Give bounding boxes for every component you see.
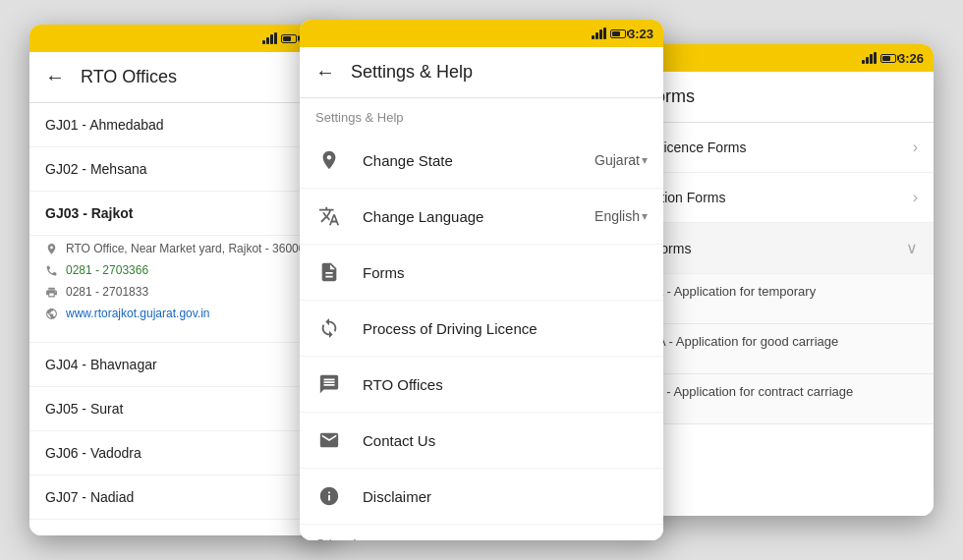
left-phone: 3:23 ← RTO Offices GJ01 - Ahmedabad GJ02… [29,25,334,535]
rajkot-website[interactable]: www.rtorajkot.gujarat.gov.in [66,307,210,320]
registration-forms-arrow: › [913,189,918,206]
sub-item-1-sub: t [645,299,918,313]
list-item[interactable]: GJ06 - Vadodra [29,431,334,476]
other-apps-section-header: Other Apps [300,525,663,540]
location-icon [315,146,343,174]
change-language-value: English ▾ [595,208,648,224]
contract-forms-arrow: ∨ [906,239,918,257]
center-phone: 3:23 ← Settings & Help Settings & Help C… [300,20,663,540]
right-battery-icon [880,54,896,63]
list-item[interactable]: GJ08 - Palanpur [29,520,334,535]
list-item[interactable]: GJ05 - Surat [29,387,334,431]
disclaimer-label: Disclaimer [363,488,648,505]
rto-offices-item[interactable]: RTO Offices [300,357,663,413]
list-item-rajkot[interactable]: GJ03 - Rajkot [29,192,334,236]
mail-icon [315,426,343,454]
document-icon [315,258,343,286]
rajkot-detail: RTO Office, Near Market yard, Rajkot - 3… [29,236,334,343]
sub-item-1-label: n.A - Application for temporary [645,284,918,299]
sub-item-3[interactable]: P.A - Application for contract carriage … [629,374,934,424]
sub-item-1[interactable]: n.A - Application for temporary t [629,274,934,324]
right-phone: 3:26 Forms g Licence Forms › tration For… [629,44,934,516]
change-state-dropdown-arrow: ▾ [642,153,648,167]
list-item[interactable]: GJ07 - Nadiad [29,476,334,520]
web-icon [45,308,58,323]
registration-forms-label: tration Forms [645,190,913,205]
center-back-button[interactable]: ← [315,61,335,84]
right-signal-icon [862,52,877,64]
licence-forms-item[interactable]: g Licence Forms › [629,123,934,173]
list-item[interactable]: GJ04 - Bhavnagar [29,343,334,387]
location-icon [45,243,58,258]
driving-licence-item[interactable]: Process of Driving Licence [300,301,663,357]
left-signal-icon [262,32,277,44]
left-content: GJ01 - Ahmedabad GJ02 - Mehsana GJ03 - R… [29,103,334,535]
contact-us-label: Contact Us [363,432,648,449]
rajkot-address: RTO Office, Near Market yard, Rajkot - 3… [66,242,314,255]
licence-forms-arrow: › [913,139,918,156]
info-icon [315,482,343,510]
left-app-bar: ← RTO Offices [29,52,334,103]
sub-item-2-label: C.A - Application for good carriage [645,334,918,349]
center-page-title: Settings & Help [351,62,473,83]
left-status-bar: 3:23 [29,25,334,52]
change-language-dropdown-arrow: ▾ [642,209,648,223]
right-content: g Licence Forms › tration Forms › t Form… [629,123,934,516]
left-back-button[interactable]: ← [45,66,65,88]
settings-section-header: Settings & Help [300,98,663,133]
change-state-item[interactable]: Change State Gujarat ▾ [300,133,663,189]
center-app-bar: ← Settings & Help [300,47,663,98]
center-status-bar: 3:23 [300,20,663,47]
right-status-icons [862,52,896,64]
change-language-label: Change Language [363,208,575,225]
change-state-label: Change State [363,152,575,169]
registration-forms-item[interactable]: tration Forms › [629,173,934,223]
center-signal-icon [592,28,606,39]
contract-forms-item[interactable]: t Forms ∨ [629,223,934,274]
fax-icon [45,286,58,302]
right-status-bar: 3:26 [629,44,934,72]
list-item[interactable]: GJ01 - Ahmedabad [29,103,334,147]
right-time: 3:26 [898,51,924,66]
licence-forms-label: g Licence Forms [645,140,913,155]
forms-label: Forms [363,264,648,281]
contract-forms-label: t Forms [645,241,906,256]
phone-icon [45,264,58,280]
center-status-icons [592,28,626,39]
center-content: Settings & Help Change State Gujarat ▾ C… [300,98,663,540]
left-status-icons [262,32,297,44]
sub-item-2[interactable]: C.A - Application for good carriage t [629,324,934,374]
sub-item-3-label: P.A - Application for contract carriage [645,384,918,399]
left-page-title: RTO Offices [81,67,177,87]
center-battery-icon [610,29,626,38]
sub-item-2-sub: t [645,349,918,364]
disclaimer-item[interactable]: Disclaimer [300,469,663,525]
right-app-bar: Forms [629,72,934,123]
sub-item-3-sub: t [645,399,918,414]
change-state-value: Gujarat ▾ [595,152,648,168]
refresh-icon [315,314,343,342]
rajkot-fax: 0281 - 2701833 [66,285,148,299]
rto-offices-label: RTO Offices [363,376,648,393]
driving-licence-label: Process of Driving Licence [363,320,648,337]
change-language-item[interactable]: Change Language English ▾ [300,189,663,245]
left-battery-icon [281,34,297,43]
translate-icon [315,202,343,230]
forms-item[interactable]: Forms [300,245,663,301]
contact-us-item[interactable]: Contact Us [300,413,663,469]
list-item[interactable]: GJ02 - Mehsana [29,147,334,192]
center-time: 3:23 [628,27,653,41]
grid-icon [315,370,343,398]
rajkot-phone[interactable]: 0281 - 2703366 [66,263,148,277]
